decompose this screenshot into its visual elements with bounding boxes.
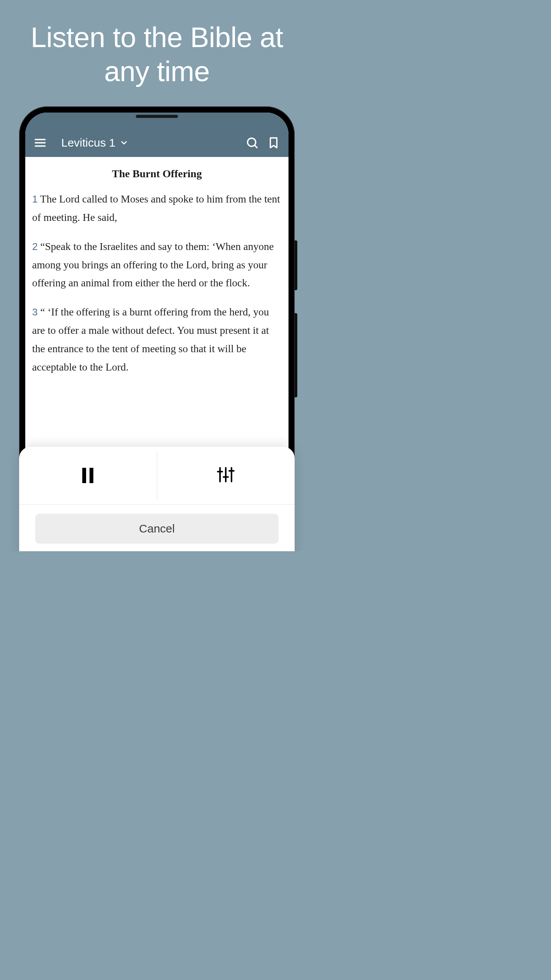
- pause-button[interactable]: [19, 447, 157, 504]
- verse-text: The Lord called to Moses and spoke to hi…: [32, 193, 280, 223]
- audio-sheet: Cancel: [19, 447, 295, 551]
- settings-button[interactable]: [157, 447, 295, 504]
- section-heading: The Burnt Offering: [32, 168, 282, 180]
- menu-icon[interactable]: [34, 136, 47, 149]
- verse-number: 3: [32, 306, 37, 318]
- app-bar: Leviticus 1: [25, 113, 289, 157]
- equalizer-icon: [216, 466, 235, 485]
- pause-icon: [82, 468, 93, 483]
- verse-text: “Speak to the Israelites and say to them…: [32, 240, 274, 289]
- verse: 2 “Speak to the Israelites and say to th…: [32, 237, 282, 292]
- bookmark-icon[interactable]: [267, 136, 280, 149]
- svg-line-4: [254, 145, 257, 148]
- search-icon[interactable]: [246, 136, 259, 149]
- chapter-selector[interactable]: Leviticus 1: [61, 136, 129, 149]
- verse-number: 1: [32, 193, 37, 205]
- verse-number: 2: [32, 241, 37, 252]
- chevron-down-icon: [119, 138, 129, 147]
- hero-title: Listen to the Bible at any time: [0, 0, 314, 89]
- cancel-button[interactable]: Cancel: [35, 514, 279, 544]
- verse-text: “ ‘If the offering is a burnt offering f…: [32, 306, 269, 373]
- verse: 1 The Lord called to Moses and spoke to …: [32, 190, 282, 227]
- verse: 3 “ ‘If the offering is a burnt offering…: [32, 303, 282, 376]
- chapter-label: Leviticus 1: [61, 136, 116, 149]
